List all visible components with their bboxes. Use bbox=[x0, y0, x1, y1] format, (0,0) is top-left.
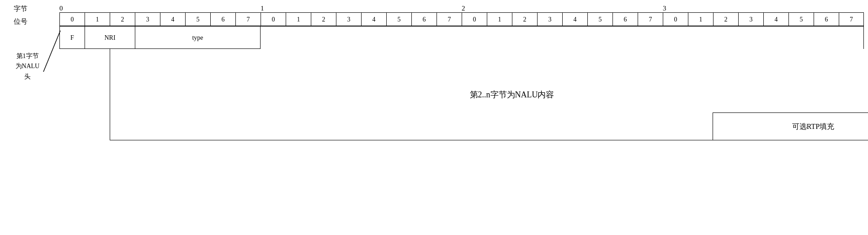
bit-27: 3 bbox=[738, 12, 763, 26]
field-annotation: 第1字节 为NALU 头 bbox=[9, 51, 46, 82]
bit-8: 0 bbox=[261, 12, 286, 26]
field-type: type bbox=[135, 26, 261, 49]
fields-row: F NRI type bbox=[59, 26, 868, 49]
svg-line-0 bbox=[43, 31, 60, 72]
bit-22: 6 bbox=[612, 12, 638, 26]
bit-1: 1 bbox=[85, 12, 110, 26]
bit-2: 2 bbox=[110, 12, 135, 26]
bit-29: 5 bbox=[788, 12, 814, 26]
field-extension bbox=[261, 26, 864, 49]
bit-26: 2 bbox=[713, 12, 738, 26]
bit-15: 7 bbox=[437, 12, 462, 26]
bit-0: 0 bbox=[59, 12, 85, 26]
content-area: 第2..n字节为NALU内容 可选RTP填充 bbox=[110, 49, 868, 140]
bit-3: 3 bbox=[135, 12, 160, 26]
byte-num-0: 0 bbox=[59, 5, 261, 12]
bit-28: 4 bbox=[763, 12, 788, 26]
field-f: F bbox=[59, 26, 85, 49]
byte-label: 字节 bbox=[14, 5, 27, 13]
bit-11: 3 bbox=[336, 12, 361, 26]
bit-9: 1 bbox=[286, 12, 311, 26]
bit-30: 6 bbox=[814, 12, 839, 26]
bit-13: 5 bbox=[386, 12, 411, 26]
bit-10: 2 bbox=[311, 12, 336, 26]
bit-23: 7 bbox=[638, 12, 663, 26]
bit-21: 5 bbox=[587, 12, 612, 26]
bit-19: 3 bbox=[537, 12, 562, 26]
diagram-container: 字节 位号 0 1 2 3 bbox=[9, 5, 859, 140]
bit-6: 6 bbox=[210, 12, 235, 26]
bit-25: 1 bbox=[688, 12, 713, 26]
bit-label: 位号 bbox=[14, 17, 27, 26]
field-nri: NRI bbox=[85, 26, 135, 49]
byte-num-3: 3 bbox=[663, 5, 864, 12]
bit-17: 1 bbox=[487, 12, 512, 26]
bit-18: 2 bbox=[512, 12, 537, 26]
bit-24: 0 bbox=[663, 12, 688, 26]
bit-5: 5 bbox=[185, 12, 210, 26]
bit-20: 4 bbox=[562, 12, 587, 26]
bit-7: 7 bbox=[235, 12, 261, 26]
byte-num-1: 1 bbox=[261, 5, 462, 12]
rtp-padding-box: 可选RTP填充 bbox=[713, 112, 868, 140]
bit-31: 7 bbox=[839, 12, 864, 26]
bit-4: 4 bbox=[160, 12, 185, 26]
bit-12: 4 bbox=[361, 12, 386, 26]
bit-numbers-row: 0 1 2 3 4 5 6 7 0 1 2 3 4 5 6 7 0 1 2 3 bbox=[59, 12, 864, 26]
bit-16: 0 bbox=[462, 12, 487, 26]
content-label: 第2..n字节为NALU内容 bbox=[470, 89, 554, 100]
bit-14: 6 bbox=[411, 12, 437, 26]
byte-num-2: 2 bbox=[462, 5, 663, 12]
